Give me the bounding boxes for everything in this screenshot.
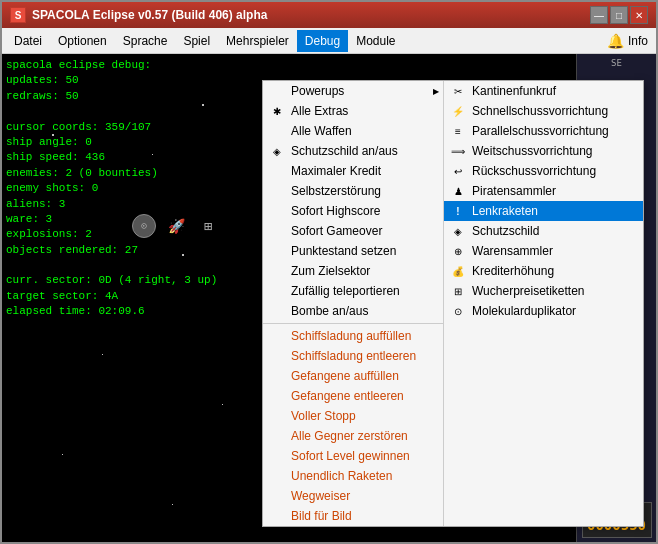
menu-sprache[interactable]: Sprache: [115, 30, 176, 52]
titlebar: S SPACOLA Eclipse v0.57 (Build 406) alph…: [2, 2, 656, 28]
debug-line-3: [6, 104, 217, 119]
menu-voller-stopp[interactable]: Voller Stopp: [263, 406, 443, 426]
minimize-button[interactable]: —: [590, 6, 608, 24]
item-icon: ⊞: [196, 214, 220, 238]
menu-schnellschuss[interactable]: ⚡ Schnellschussvorrichtung: [444, 101, 643, 121]
maximize-button[interactable]: □: [610, 6, 628, 24]
menu-bild-fuer-bild[interactable]: Bild für Bild: [263, 506, 443, 526]
debug-line-9: aliens: 3: [6, 197, 217, 212]
menu-molekularduplikator[interactable]: ⊙ Molekularduplikator: [444, 301, 643, 321]
menu-parallelschuss[interactable]: ≡ Parallelschussvorrichtung: [444, 121, 643, 141]
app-icon: S: [10, 7, 26, 23]
alle-extras-icon: ✱: [269, 103, 285, 119]
menu-piratensammler[interactable]: ♟ Piratensammler: [444, 181, 643, 201]
menu-schutzschild[interactable]: ◈ Schutzschild: [444, 221, 643, 241]
menu-zufaellig-teleport[interactable]: Zufällig teleportieren: [263, 281, 443, 301]
debug-line-13: [6, 258, 217, 273]
menu-sofort-gameover[interactable]: Sofort Gameover: [263, 221, 443, 241]
menu-alle-waffen[interactable]: Alle Waffen: [263, 121, 443, 141]
powerups-icon: [269, 83, 285, 99]
debug-line-6: ship speed: 436: [6, 150, 217, 165]
menu-warensammler[interactable]: ⊕ Warensammler: [444, 241, 643, 261]
menu-optionen[interactable]: Optionen: [50, 30, 115, 52]
menubar: Datei Optionen Sprache Spiel Mehrspieler…: [2, 28, 656, 54]
menu-unendlich-raketen[interactable]: Unendlich Raketen: [263, 466, 443, 486]
star: [62, 454, 63, 455]
lenkraketen-icon: !: [450, 203, 466, 219]
menu-alle-extras[interactable]: ✱ Alle Extras: [263, 101, 443, 121]
panel-line-1: SE: [611, 58, 622, 69]
menu-lenkraketen[interactable]: ! Lenkraketen: [444, 201, 643, 221]
window-controls: — □ ✕: [590, 6, 648, 24]
window-title: SPACOLA Eclipse v0.57 (Build 406) alpha: [32, 8, 267, 22]
debug-line-8: enemy shots: 0: [6, 181, 217, 196]
menu-weitschuss[interactable]: ⟹ Weitschussvorrichtung: [444, 141, 643, 161]
max-kredit-icon: [269, 163, 285, 179]
radar-circle: ⊙: [132, 214, 156, 238]
menu-rueckschuss[interactable]: ↩ Rückschussvorrichtung: [444, 161, 643, 181]
parallelschuss-icon: ≡: [450, 123, 466, 139]
menu-kantinenfunkruf[interactable]: ✂ Kantinenfunkruf: [444, 81, 643, 101]
menu-mehrspieler[interactable]: Mehrspieler: [218, 30, 297, 52]
wucherpreis-icon: ⊞: [450, 283, 466, 299]
alle-waffen-icon: [269, 123, 285, 139]
schnellschuss-icon: ⚡: [450, 103, 466, 119]
menu-sofort-level[interactable]: Sofort Level gewinnen: [263, 446, 443, 466]
menu-schiffsladung-leer[interactable]: Schiffsladung entleeren: [263, 346, 443, 366]
debug-line-16: elapsed time: 02:09.6: [6, 304, 217, 319]
piratensammler-icon: ♟: [450, 183, 466, 199]
menu-debug[interactable]: Debug: [297, 30, 348, 52]
info-icon: 🔔: [607, 33, 624, 49]
menu-right: 🔔 Info: [607, 33, 652, 49]
kantinenfunkruf-icon: ✂: [450, 83, 466, 99]
zum-zielsektor-icon: [269, 263, 285, 279]
sofort-highscore-icon: [269, 203, 285, 219]
menu-selbstzerstoerung[interactable]: Selbstzerstörung: [263, 181, 443, 201]
close-button[interactable]: ✕: [630, 6, 648, 24]
schutzschild-icon: ◈: [450, 223, 466, 239]
menu-schutzschild-toggle[interactable]: ◈ Schutzschild an/aus: [263, 141, 443, 161]
menu-zum-zielsektor[interactable]: Zum Zielsektor: [263, 261, 443, 281]
molekularduplikator-icon: ⊙: [450, 303, 466, 319]
schutzschild-toggle-icon: ◈: [269, 143, 285, 159]
menu-max-kredit[interactable]: Maximaler Kredit: [263, 161, 443, 181]
star: [222, 404, 223, 405]
menu-schiffsladung-auf[interactable]: Schiffsladung auffüllen: [263, 326, 443, 346]
menu-powerups[interactable]: Powerups: [263, 81, 443, 101]
menu-datei[interactable]: Datei: [6, 30, 50, 52]
menu-alle-gegner[interactable]: Alle Gegner zerstören: [263, 426, 443, 446]
debug-line-1: updates: 50: [6, 73, 217, 88]
star: [102, 354, 103, 355]
debug-line-5: ship angle: 0: [6, 135, 217, 150]
menu-sofort-highscore[interactable]: Sofort Highscore: [263, 201, 443, 221]
main-window: S SPACOLA Eclipse v0.57 (Build 406) alph…: [0, 0, 658, 544]
debug-line-15: target sector: 4A: [6, 289, 217, 304]
menu-module[interactable]: Module: [348, 30, 403, 52]
ship-icons: ⊙ 🚀 ⊞: [132, 214, 220, 238]
info-label: Info: [628, 34, 648, 48]
debug-line-0: spacola eclipse debug:: [6, 58, 217, 73]
warensammler-icon: ⊕: [450, 243, 466, 259]
star: [172, 504, 173, 505]
debug-line-12: objects rendered: 27: [6, 243, 217, 258]
menu-krediterhöhung[interactable]: 💰 Krediterhöhung: [444, 261, 643, 281]
main-content: spacola eclipse debug: updates: 50 redra…: [2, 54, 656, 542]
sofort-gameover-icon: [269, 223, 285, 239]
titlebar-left: S SPACOLA Eclipse v0.57 (Build 406) alph…: [10, 7, 267, 23]
dropdown-divider-1: [263, 323, 443, 324]
bombe-toggle-icon: [269, 303, 285, 319]
dropdown-right-col: ✂ Kantinenfunkruf ⚡ Schnellschussvorrich…: [443, 81, 643, 526]
menu-spiel[interactable]: Spiel: [175, 30, 218, 52]
debug-line-7: enemies: 2 (0 bounties): [6, 166, 217, 181]
menu-wegweiser[interactable]: Wegweiser: [263, 486, 443, 506]
menu-punktestand[interactable]: Punktestand setzen: [263, 241, 443, 261]
zufaellig-teleport-icon: [269, 283, 285, 299]
debug-line-14: curr. sector: 0D (4 right, 3 up): [6, 273, 217, 288]
debug-dropdown: Powerups ✱ Alle Extras Alle Waffen ◈ Sch…: [262, 80, 644, 527]
ship-icon: 🚀: [164, 214, 188, 238]
menu-bombe-toggle[interactable]: Bombe an/aus: [263, 301, 443, 321]
menu-gefangene-auf[interactable]: Gefangene auffüllen: [263, 366, 443, 386]
dropdown-left-col: Powerups ✱ Alle Extras Alle Waffen ◈ Sch…: [263, 81, 443, 526]
menu-gefangene-leer[interactable]: Gefangene entleeren: [263, 386, 443, 406]
menu-wucherpreis[interactable]: ⊞ Wucherpreisetiketten: [444, 281, 643, 301]
